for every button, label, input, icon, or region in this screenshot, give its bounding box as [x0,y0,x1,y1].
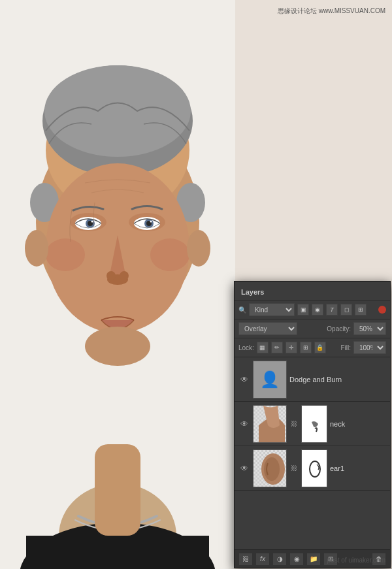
eye-visibility-btn-ear1[interactable]: 👁 [238,463,250,474]
type-filter-btn[interactable]: T [326,304,338,316]
link-layers-btn[interactable]: ⛓ [238,553,253,566]
panel-title: Layers [241,288,264,296]
fill-dropdown[interactable]: 100% [353,341,386,354]
svg-point-21 [150,221,152,223]
layer-link-icon: ⛓ [289,419,299,429]
lock-pixels-btn[interactable]: ✏ [271,342,283,353]
shape-filter-btn[interactable]: ◻ [340,304,352,316]
layer-mask-neck [301,405,327,443]
svg-point-23 [106,271,116,280]
svg-rect-43 [302,450,327,487]
layer-item-neck[interactable]: 👁 ⛓ [235,402,390,446]
new-group-btn[interactable]: 📁 [306,553,321,566]
layer-mask-ear1 [301,449,327,487]
layer-name-dodge-burn: Dodge and Burn [289,376,386,383]
svg-point-27 [85,327,150,366]
watermark-top-text: 思缘设计论坛 www.MISSVUAN.COM [278,7,385,14]
svg-point-28 [25,230,48,267]
blend-opacity-row: Overlay Opacity: 50% [235,319,390,338]
layer-name-neck: neck [330,420,386,428]
layer-name-ear1: ear1 [330,464,386,472]
face-image [0,0,235,569]
adjustment-btn[interactable]: ◉ [289,553,304,566]
eye-visibility-btn-neck[interactable]: 👁 [238,418,250,430]
lock-all-btn[interactable]: 🔒 [314,342,326,353]
filter-row: 🔍 Kind ▣ ◉ T ◻ ⊞ [235,301,390,319]
thumb-shape: 👤 [253,361,286,398]
eye-visibility-btn[interactable]: 👁 [238,374,250,385]
watermark-top: 思缘设计论坛 www.MISSVUAN.COM [278,7,385,16]
pixel-filter-btn[interactable]: ▣ [297,304,309,316]
svg-point-17 [91,221,93,223]
svg-point-29 [187,230,210,267]
lock-label: Lock: [238,344,254,351]
adjustment-filter-btn[interactable]: ◉ [312,304,323,316]
smart-filter-btn[interactable]: ⊞ [355,304,367,316]
layer-thumb-neck [253,405,287,443]
blend-mode-dropdown[interactable]: Overlay [238,322,297,335]
svg-point-24 [120,271,129,280]
layers-panel: Layers 🔍 Kind ▣ ◉ T ◻ ⊞ Overlay Opacity:… [234,281,391,568]
lock-transparency-btn[interactable]: ▦ [257,342,269,353]
layer-thumb-ear1 [253,449,287,487]
fill-label: Fill: [340,344,351,351]
add-mask-btn[interactable]: ◑ [272,553,287,566]
svg-rect-3 [26,536,209,569]
lock-artboard-btn[interactable]: ⊞ [300,342,312,353]
status-dot [378,306,386,314]
svg-point-26 [150,238,189,271]
fx-btn[interactable]: fx [255,553,270,566]
opacity-label: Opacity: [327,325,351,333]
lock-position-btn[interactable]: ✛ [286,342,297,353]
svg-point-25 [46,238,85,271]
layer-link-icon-ear1: ⛓ [289,464,299,473]
opacity-dropdown[interactable]: 50% [353,322,386,335]
layer-item-ear1[interactable]: 👁 ⛓ [235,446,390,491]
kind-dropdown[interactable]: Kind [249,303,295,316]
svg-rect-4 [95,444,140,536]
search-icon: 🔍 [238,306,246,314]
watermark-bottom: post of uimaker.com [327,557,385,564]
layer-thumb-dodge-burn: 👤 [253,361,287,398]
layer-item-dodge-burn[interactable]: 👁 👤 Dodge and Burn [235,357,390,402]
svg-point-8 [44,65,191,157]
panel-titlebar: Layers [235,282,390,301]
lock-fill-row: Lock: ▦ ✏ ✛ ⊞ 🔒 Fill: 100% [235,338,390,357]
watermark-bottom-text: post of uimaker.com [327,557,385,564]
